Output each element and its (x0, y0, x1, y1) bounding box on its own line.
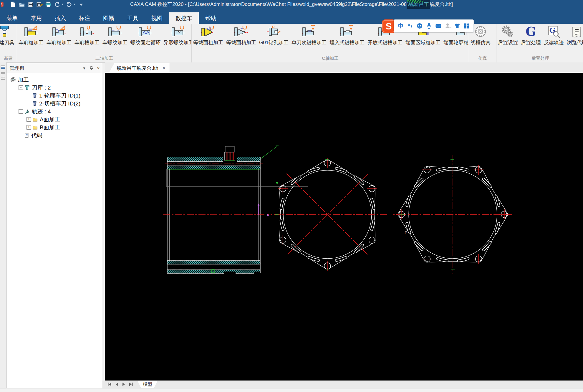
ribbon-group-caption: C轴加工 (192, 56, 469, 61)
ribbon-button-label: 车削粗加工 (19, 39, 44, 46)
tree-item-B面加工[interactable]: +B面加工 (6, 123, 102, 131)
ribbon-button-label: 端面轮廓精加工 (443, 39, 469, 46)
turn-rough-icon (24, 25, 39, 39)
skin-icon[interactable] (453, 22, 461, 29)
ribbon-button-车削粗加工[interactable]: 车削粗加工 (17, 24, 45, 46)
drawing-canvas[interactable]: P (105, 73, 583, 381)
ribbon-group-二轴加工: 车削粗加工车削精加工车削槽加工车螺纹加工螺纹固定循环异形螺纹加工二轴加工 (17, 24, 192, 62)
ribbon-button-车削槽加工[interactable]: 车削槽加工 (73, 24, 101, 46)
dropdown-arrow-icon[interactable]: ▼ (81, 65, 88, 72)
nav-next-icon[interactable] (120, 382, 127, 387)
ribbon-button-label: 异形螺纹加工 (163, 39, 192, 46)
ime-hatch-marks (407, 0, 423, 3)
status-bar (0, 388, 583, 392)
turn-finish-icon (52, 25, 67, 39)
ribbon-button-等截面精加工[interactable]: 等截面精加工 (225, 24, 258, 46)
nav-last-icon[interactable] (127, 382, 134, 387)
menu-tab-数控车[interactable]: 数控车 (169, 12, 199, 24)
section-finish-icon (234, 25, 249, 39)
keyslot-single-icon (302, 25, 317, 39)
ribbon-group-buttons: 车削粗加工车削精加工车削槽加工车螺纹加工螺纹固定循环异形螺纹加工 (17, 24, 191, 54)
collapse-box-icon[interactable]: − (19, 109, 23, 114)
window-title-after: 铣复合.lth] (430, 1, 453, 7)
tree-item-label: 代码 (31, 132, 42, 139)
sogou-icon-bar: 中11 (394, 19, 474, 32)
ribbon-button-螺纹固定循环[interactable]: 螺纹固定循环 (129, 24, 162, 46)
panel-header: 管理树 ▼ × (6, 63, 102, 73)
menu-tab-图幅[interactable]: 图幅 (97, 12, 121, 24)
ribbon-button-label: 车削精加工 (47, 39, 72, 46)
nav-first-icon[interactable] (106, 382, 113, 387)
ribbon-button-label: 后置设置 (498, 39, 518, 46)
tree-item-轨迹 : 4[interactable]: −轨迹 : 4 (6, 107, 102, 115)
left-dock-strip (0, 62, 6, 388)
chinese-mode-icon[interactable]: 中 (397, 22, 405, 29)
document-tab-label: 锐新昌车铣复合.lth (117, 65, 158, 72)
ribbon-button-label: 等截面精加工 (226, 39, 256, 46)
turn-groove-icon (80, 25, 95, 39)
menu-tab-插入[interactable]: 插入 (48, 12, 72, 24)
menu-tab-工具[interactable]: 工具 (121, 12, 145, 24)
menu-tab-帮助[interactable]: 帮助 (199, 12, 223, 24)
keyboard-icon[interactable] (435, 22, 442, 29)
menu-tab-常用[interactable]: 常用 (24, 12, 48, 24)
ribbon-button-G01钻孔加工[interactable]: G01钻孔加工 (258, 24, 290, 46)
ribbon-button-单刀次键槽加工[interactable]: 单刀次键槽加工 (290, 24, 328, 46)
model-tab[interactable]: 模型 (138, 381, 158, 388)
ribbon-group-caption: 仿真 (469, 56, 496, 61)
ribbon-button-label: 车削槽加工 (74, 39, 100, 46)
tree-item-label: 加工 (18, 76, 29, 84)
tree-item-代码[interactable]: 代码 (6, 131, 102, 139)
expand-box-icon[interactable]: + (26, 125, 31, 130)
wireframe-sim-icon (473, 25, 488, 39)
ribbon-button-埋入式键槽加工[interactable]: 埋入式键槽加工 (328, 24, 366, 46)
ribbon-button-异形螺纹加工[interactable]: 异形螺纹加工 (162, 24, 192, 46)
menu-tab-标注[interactable]: 标注 (72, 12, 97, 24)
thread-odd-icon (171, 25, 186, 39)
close-icon[interactable]: × (95, 65, 102, 72)
ribbon-button-创建刀具[interactable]: 创建刀具 (0, 24, 16, 46)
ribbon-button-label: 端面区域粗加工 (405, 39, 440, 46)
application-window: ▼▼ CAXA CAM 数控车2020 - [C:\Users\Administ… (0, 0, 583, 392)
punctuation-icon[interactable] (406, 22, 414, 29)
tree-item-1-轮廓车刀 ID(1)[interactable]: 1-轮廓车刀 ID(1) (6, 92, 102, 100)
pin-icon[interactable] (88, 65, 95, 72)
toolbox-icon[interactable] (463, 22, 471, 29)
left-dock-icons[interactable] (0, 62, 6, 83)
menu-bar: 菜单常用插入标注图幅工具视图数控车帮助 (0, 9, 583, 24)
ribbon-button-label: 埋入式键槽加工 (329, 39, 365, 46)
menu-tab-菜单[interactable]: 菜单 (0, 12, 24, 24)
ribbon-button-后置处理[interactable]: G后置处理 (519, 24, 542, 46)
management-tree-panel: 管理树 ▼ × 加工−刀库 : 21-轮廓车刀 ID(1)2-切槽车刀 ID(2… (6, 63, 102, 388)
sheet-nav-buttons (106, 382, 134, 387)
tree-item-刀库 : 2[interactable]: −刀库 : 2 (6, 84, 102, 92)
ribbon-group-buttons: 后置设置G后置处理G反读轨迹浏览代码 (496, 24, 583, 54)
ribbon-button-后置设置[interactable]: 后置设置 (496, 24, 519, 46)
ribbon-button-车螺纹加工[interactable]: 车螺纹加工 (101, 24, 129, 46)
ribbon-button-label: 创建刀具 (0, 39, 14, 46)
ribbon-button-车削精加工[interactable]: 车削精加工 (45, 24, 73, 46)
collapse-box-icon[interactable]: − (19, 85, 23, 90)
expand-box-icon[interactable]: + (26, 117, 31, 122)
microphone-icon[interactable] (425, 22, 433, 29)
nav-prev-icon[interactable] (113, 382, 120, 387)
menu-tab-视图[interactable]: 视图 (145, 12, 169, 24)
ribbon-button-label: 车螺纹加工 (102, 39, 127, 46)
ribbon-button-等截面粗加工[interactable]: 等截面粗加工 (192, 24, 225, 46)
turn-thread-icon (108, 25, 122, 39)
sogou-ime-toolbar: S 中11 (382, 19, 474, 33)
ribbon-button-反读轨迹[interactable]: G反读轨迹 (542, 24, 565, 46)
tree-item-label: 2-切槽车刀 ID(2) (39, 100, 80, 107)
management-tree: 加工−刀库 : 21-轮廓车刀 ID(1)2-切槽车刀 ID(2)−轨迹 : 4… (6, 73, 102, 139)
ribbon-button-浏览代码[interactable]: 浏览代码 (565, 24, 583, 46)
ribbon-group-caption: 二轴加工 (17, 56, 191, 61)
tree-item-2-切槽车刀 ID(2)[interactable]: 2-切槽车刀 ID(2) (6, 100, 102, 107)
tree-item-加工[interactable]: 加工 (6, 76, 102, 84)
code-doc-icon (24, 133, 29, 138)
profile-icon[interactable]: 11 (444, 22, 452, 29)
tab-close-icon[interactable]: × (163, 65, 165, 71)
emoji-icon[interactable] (416, 22, 423, 29)
tree-item-A面加工[interactable]: +A面加工 (6, 115, 102, 123)
document-tab[interactable]: 锐新昌车铣复合.lth × (109, 63, 170, 73)
keyslot-embed-icon (340, 25, 355, 39)
